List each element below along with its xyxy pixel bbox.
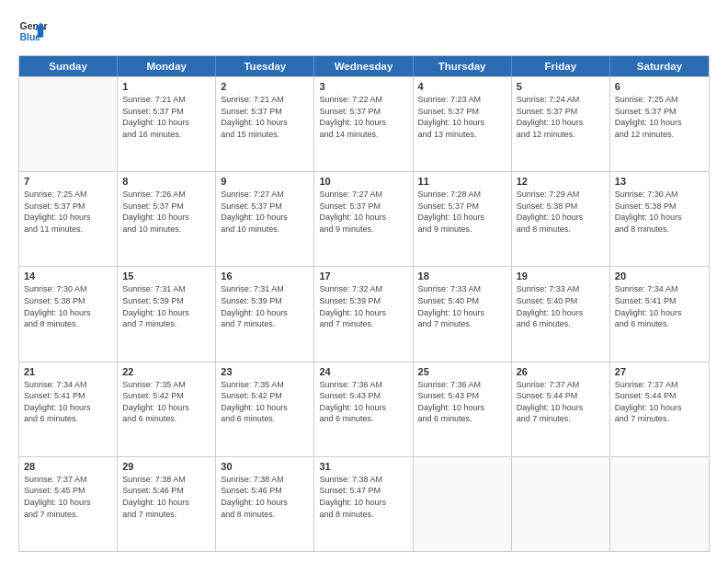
day-info: Sunrise: 7:38 AM Sunset: 5:47 PM Dayligh… xyxy=(319,474,407,520)
day-cell-3: 3Sunrise: 7:22 AM Sunset: 5:37 PM Daylig… xyxy=(314,77,413,171)
day-cell-15: 15Sunrise: 7:31 AM Sunset: 5:39 PM Dayli… xyxy=(118,267,216,361)
day-cell-29: 29Sunrise: 7:38 AM Sunset: 5:46 PM Dayli… xyxy=(118,457,216,551)
day-info: Sunrise: 7:28 AM Sunset: 5:37 PM Dayligh… xyxy=(418,189,506,235)
day-info: Sunrise: 7:22 AM Sunset: 5:37 PM Dayligh… xyxy=(319,94,407,140)
day-info: Sunrise: 7:37 AM Sunset: 5:45 PM Dayligh… xyxy=(24,474,112,520)
empty-cell xyxy=(414,457,512,551)
header-day-wednesday: Wednesday xyxy=(314,56,413,76)
day-info: Sunrise: 7:31 AM Sunset: 5:39 PM Dayligh… xyxy=(221,283,309,329)
day-cell-5: 5Sunrise: 7:24 AM Sunset: 5:37 PM Daylig… xyxy=(512,77,610,171)
day-cell-27: 27Sunrise: 7:37 AM Sunset: 5:44 PM Dayli… xyxy=(610,362,709,456)
day-cell-14: 14Sunrise: 7:30 AM Sunset: 5:38 PM Dayli… xyxy=(19,267,118,361)
day-info: Sunrise: 7:37 AM Sunset: 5:44 PM Dayligh… xyxy=(517,379,605,425)
day-info: Sunrise: 7:36 AM Sunset: 5:43 PM Dayligh… xyxy=(418,379,506,425)
day-cell-9: 9Sunrise: 7:27 AM Sunset: 5:37 PM Daylig… xyxy=(216,172,314,266)
day-number: 20 xyxy=(615,270,704,282)
day-number: 14 xyxy=(24,270,112,282)
calendar-week-5: 28Sunrise: 7:37 AM Sunset: 5:45 PM Dayli… xyxy=(19,456,709,551)
day-cell-4: 4Sunrise: 7:23 AM Sunset: 5:37 PM Daylig… xyxy=(414,77,512,171)
day-info: Sunrise: 7:34 AM Sunset: 5:41 PM Dayligh… xyxy=(24,379,112,425)
day-cell-7: 7Sunrise: 7:25 AM Sunset: 5:37 PM Daylig… xyxy=(19,172,118,266)
calendar-week-4: 21Sunrise: 7:34 AM Sunset: 5:41 PM Dayli… xyxy=(19,362,709,456)
calendar-week-1: 1Sunrise: 7:21 AM Sunset: 5:37 PM Daylig… xyxy=(19,76,709,171)
day-cell-28: 28Sunrise: 7:37 AM Sunset: 5:45 PM Dayli… xyxy=(19,457,118,551)
day-info: Sunrise: 7:32 AM Sunset: 5:39 PM Dayligh… xyxy=(319,283,407,329)
day-number: 30 xyxy=(221,461,309,472)
day-number: 22 xyxy=(122,366,210,377)
day-cell-16: 16Sunrise: 7:31 AM Sunset: 5:39 PM Dayli… xyxy=(216,267,314,361)
day-number: 12 xyxy=(517,176,605,187)
day-cell-22: 22Sunrise: 7:35 AM Sunset: 5:42 PM Dayli… xyxy=(118,362,216,456)
day-info: Sunrise: 7:33 AM Sunset: 5:40 PM Dayligh… xyxy=(418,283,506,329)
day-cell-23: 23Sunrise: 7:35 AM Sunset: 5:42 PM Dayli… xyxy=(216,362,314,456)
day-number: 29 xyxy=(122,461,210,472)
day-number: 21 xyxy=(24,366,112,377)
day-cell-21: 21Sunrise: 7:34 AM Sunset: 5:41 PM Dayli… xyxy=(19,362,118,456)
day-info: Sunrise: 7:38 AM Sunset: 5:46 PM Dayligh… xyxy=(122,474,210,520)
header-day-tuesday: Tuesday xyxy=(216,56,314,76)
day-info: Sunrise: 7:31 AM Sunset: 5:39 PM Dayligh… xyxy=(122,283,210,329)
calendar-body: 1Sunrise: 7:21 AM Sunset: 5:37 PM Daylig… xyxy=(19,76,709,551)
day-cell-8: 8Sunrise: 7:26 AM Sunset: 5:37 PM Daylig… xyxy=(118,172,216,266)
empty-cell xyxy=(19,77,118,171)
day-cell-19: 19Sunrise: 7:33 AM Sunset: 5:40 PM Dayli… xyxy=(512,267,610,361)
day-cell-17: 17Sunrise: 7:32 AM Sunset: 5:39 PM Dayli… xyxy=(314,267,413,361)
day-info: Sunrise: 7:27 AM Sunset: 5:37 PM Dayligh… xyxy=(319,189,407,235)
day-cell-1: 1Sunrise: 7:21 AM Sunset: 5:37 PM Daylig… xyxy=(118,77,216,171)
day-info: Sunrise: 7:27 AM Sunset: 5:37 PM Dayligh… xyxy=(221,189,309,235)
header: General Blue xyxy=(18,17,710,46)
day-number: 15 xyxy=(122,270,210,282)
day-info: Sunrise: 7:25 AM Sunset: 5:37 PM Dayligh… xyxy=(615,94,704,140)
header-day-thursday: Thursday xyxy=(414,56,512,76)
day-number: 4 xyxy=(418,81,506,92)
day-cell-12: 12Sunrise: 7:29 AM Sunset: 5:38 PM Dayli… xyxy=(512,172,610,266)
day-number: 9 xyxy=(221,176,309,187)
day-info: Sunrise: 7:26 AM Sunset: 5:37 PM Dayligh… xyxy=(122,189,210,235)
day-info: Sunrise: 7:35 AM Sunset: 5:42 PM Dayligh… xyxy=(221,379,309,425)
day-info: Sunrise: 7:24 AM Sunset: 5:37 PM Dayligh… xyxy=(517,94,605,140)
day-cell-11: 11Sunrise: 7:28 AM Sunset: 5:37 PM Dayli… xyxy=(414,172,512,266)
day-number: 24 xyxy=(319,366,407,377)
day-cell-2: 2Sunrise: 7:21 AM Sunset: 5:37 PM Daylig… xyxy=(216,77,314,171)
day-cell-30: 30Sunrise: 7:38 AM Sunset: 5:46 PM Dayli… xyxy=(216,457,314,551)
day-info: Sunrise: 7:30 AM Sunset: 5:38 PM Dayligh… xyxy=(615,189,704,235)
page: General Blue SundayMondayTuesdayWednesda… xyxy=(0,0,728,563)
header-day-sunday: Sunday xyxy=(19,56,118,76)
day-number: 1 xyxy=(122,81,210,92)
logo-icon: General Blue xyxy=(18,17,48,46)
day-number: 11 xyxy=(418,176,506,187)
day-info: Sunrise: 7:29 AM Sunset: 5:38 PM Dayligh… xyxy=(517,189,605,235)
day-number: 25 xyxy=(418,366,506,377)
day-cell-10: 10Sunrise: 7:27 AM Sunset: 5:37 PM Dayli… xyxy=(314,172,413,266)
day-number: 6 xyxy=(615,81,704,92)
empty-cell xyxy=(512,457,610,551)
day-number: 7 xyxy=(24,176,112,187)
day-number: 26 xyxy=(517,366,605,377)
day-info: Sunrise: 7:23 AM Sunset: 5:37 PM Dayligh… xyxy=(418,94,506,140)
day-cell-24: 24Sunrise: 7:36 AM Sunset: 5:43 PM Dayli… xyxy=(314,362,413,456)
calendar-week-2: 7Sunrise: 7:25 AM Sunset: 5:37 PM Daylig… xyxy=(19,171,709,266)
day-info: Sunrise: 7:38 AM Sunset: 5:46 PM Dayligh… xyxy=(221,474,309,520)
empty-cell xyxy=(610,457,709,551)
day-number: 13 xyxy=(615,176,704,187)
day-number: 19 xyxy=(517,270,605,282)
header-day-monday: Monday xyxy=(118,56,216,76)
day-cell-25: 25Sunrise: 7:36 AM Sunset: 5:43 PM Dayli… xyxy=(414,362,512,456)
day-info: Sunrise: 7:36 AM Sunset: 5:43 PM Dayligh… xyxy=(319,379,407,425)
day-info: Sunrise: 7:30 AM Sunset: 5:38 PM Dayligh… xyxy=(24,283,112,329)
day-cell-6: 6Sunrise: 7:25 AM Sunset: 5:37 PM Daylig… xyxy=(610,77,709,171)
day-info: Sunrise: 7:21 AM Sunset: 5:37 PM Dayligh… xyxy=(122,94,210,140)
day-number: 3 xyxy=(319,81,407,92)
header-day-saturday: Saturday xyxy=(610,56,709,76)
day-cell-26: 26Sunrise: 7:37 AM Sunset: 5:44 PM Dayli… xyxy=(512,362,610,456)
header-day-friday: Friday xyxy=(512,56,610,76)
day-info: Sunrise: 7:35 AM Sunset: 5:42 PM Dayligh… xyxy=(122,379,210,425)
day-cell-20: 20Sunrise: 7:34 AM Sunset: 5:41 PM Dayli… xyxy=(610,267,709,361)
day-info: Sunrise: 7:21 AM Sunset: 5:37 PM Dayligh… xyxy=(221,94,309,140)
calendar-week-3: 14Sunrise: 7:30 AM Sunset: 5:38 PM Dayli… xyxy=(19,266,709,361)
day-info: Sunrise: 7:37 AM Sunset: 5:44 PM Dayligh… xyxy=(615,379,704,425)
calendar-header: SundayMondayTuesdayWednesdayThursdayFrid… xyxy=(19,56,709,76)
day-number: 27 xyxy=(615,366,704,377)
day-info: Sunrise: 7:34 AM Sunset: 5:41 PM Dayligh… xyxy=(615,283,704,329)
day-number: 10 xyxy=(319,176,407,187)
